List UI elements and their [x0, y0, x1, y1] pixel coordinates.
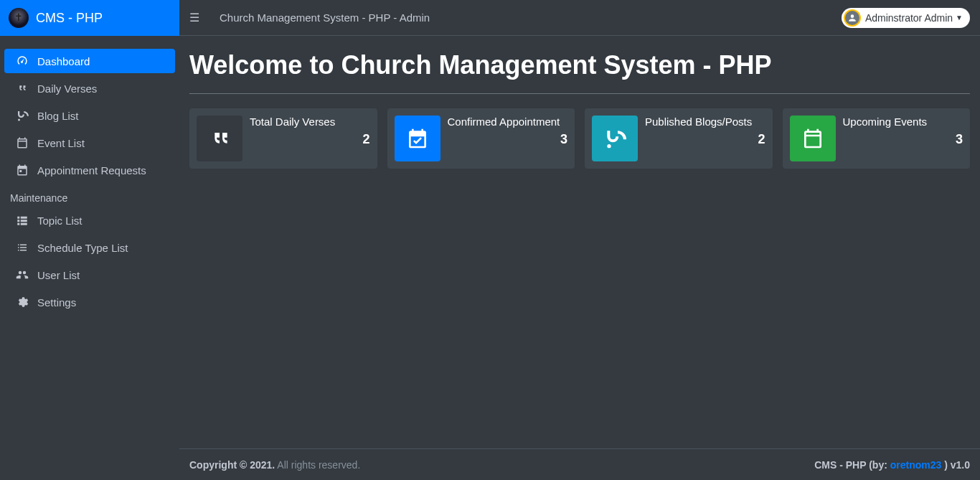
blog-card-icon — [592, 116, 638, 161]
brand-link[interactable]: CMS - PHP — [0, 0, 179, 36]
sidebar-item-settings[interactable]: Settings — [4, 290, 175, 314]
sidebar-item-event-list[interactable]: Event List — [4, 131, 175, 155]
sidebar-item-blog-list[interactable]: Blog List — [4, 103, 175, 128]
list-icon — [14, 241, 30, 254]
card-confirmed-appointment[interactable]: Confirmed Appointment 3 — [387, 108, 575, 169]
calendar-event-icon — [790, 116, 836, 161]
th-list-icon — [14, 214, 30, 227]
calendar-day-icon — [14, 164, 30, 177]
card-title: Upcoming Events — [843, 116, 963, 128]
top-navbar: ☰ Church Management System - PHP - Admin… — [179, 0, 980, 36]
sidebar-item-label: Appointment Requests — [37, 164, 146, 177]
sidebar-item-label: Blog List — [37, 110, 79, 122]
footer-author-link[interactable]: oretnom23 — [890, 459, 942, 471]
main-column: ☰ Church Management System - PHP - Admin… — [179, 0, 980, 480]
navbar-title: Church Management System - PHP - Admin — [220, 11, 430, 24]
caret-down-icon: ▼ — [956, 14, 963, 22]
footer-right-prefix: CMS - PHP (by: — [814, 459, 890, 471]
user-name: Adminstrator Admin — [865, 12, 953, 24]
card-published-blogs[interactable]: Published Blogs/Posts 2 — [585, 108, 773, 169]
sidebar-item-topic-list[interactable]: Topic List — [4, 208, 175, 232]
sidebar-item-label: Topic List — [37, 215, 83, 227]
title-divider — [189, 93, 970, 94]
sidebar-item-label: Schedule Type List — [37, 242, 128, 254]
sidebar-item-appointment-requests[interactable]: Appointment Requests — [4, 158, 175, 182]
card-value: 2 — [645, 132, 765, 147]
quote-left-icon — [197, 116, 242, 161]
cogs-icon — [14, 296, 30, 309]
page-title: Welcome to Church Management System - PH… — [189, 46, 970, 93]
content-area: Welcome to Church Management System - PH… — [179, 36, 980, 448]
avatar-icon — [844, 9, 861, 27]
footer-copyright-rest: All rights reserved. — [275, 459, 360, 471]
user-menu[interactable]: Adminstrator Admin ▼ — [842, 8, 970, 28]
sidebar-item-daily-verses[interactable]: Daily Verses — [4, 76, 175, 100]
quote-icon — [14, 82, 30, 95]
sidebar-item-label: Event List — [37, 137, 85, 149]
calendar-check-icon — [395, 116, 440, 161]
sidebar-nav: Dashboard Daily Verses Blog List Event L… — [0, 36, 179, 317]
sidebar-item-schedule-type-list[interactable]: Schedule Type List — [4, 235, 175, 260]
sidebar-item-label: Settings — [37, 296, 76, 309]
calendar-icon — [14, 136, 30, 149]
card-title: Published Blogs/Posts — [645, 116, 765, 128]
brand-logo-icon — [9, 8, 29, 28]
sidebar: CMS - PHP Dashboard Daily Verses Blog Li… — [0, 0, 179, 480]
card-total-daily-verses[interactable]: Total Daily Verses 2 — [189, 108, 377, 169]
card-value: 3 — [843, 132, 963, 147]
card-title: Confirmed Appointment — [448, 116, 568, 128]
card-title: Total Daily Verses — [250, 116, 370, 128]
footer: Copyright © 2021. All rights reserved. C… — [179, 448, 980, 480]
sidebar-item-label: Dashboard — [37, 55, 90, 67]
blog-icon — [14, 109, 30, 122]
brand-text: CMS - PHP — [36, 11, 103, 26]
footer-copyright: Copyright © 2021. All rights reserved. — [189, 459, 360, 471]
sidebar-item-dashboard[interactable]: Dashboard — [4, 49, 175, 73]
stat-cards-row: Total Daily Verses 2 Confirmed Appointme… — [189, 108, 970, 169]
card-value: 3 — [448, 132, 568, 147]
users-icon — [14, 268, 30, 281]
sidebar-item-label: User List — [37, 269, 80, 281]
card-upcoming-events[interactable]: Upcoming Events 3 — [783, 108, 971, 169]
footer-copyright-bold: Copyright © 2021. — [189, 459, 275, 471]
card-value: 2 — [250, 132, 370, 147]
sidebar-header-maintenance: Maintenance — [0, 185, 179, 208]
tachometer-icon — [14, 55, 30, 67]
sidebar-item-user-list[interactable]: User List — [4, 263, 175, 287]
footer-right: CMS - PHP (by: oretnom23 ) v1.0 — [814, 459, 970, 471]
hamburger-icon[interactable]: ☰ — [189, 11, 199, 24]
sidebar-item-label: Daily Verses — [37, 83, 97, 95]
footer-right-suffix: ) v1.0 — [941, 459, 970, 471]
